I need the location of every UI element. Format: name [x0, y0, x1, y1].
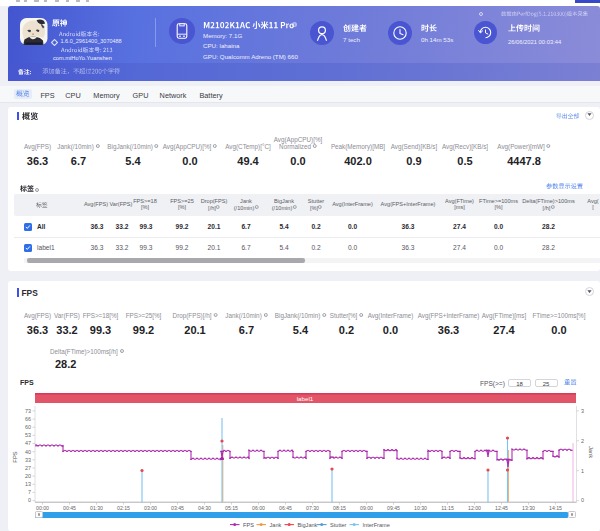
- svg-text:BigJank: BigJank: [298, 522, 318, 528]
- svg-text:Jank: Jank: [270, 522, 282, 528]
- svg-text:Stutter: Stutter: [330, 522, 347, 528]
- svg-text:InterFrame: InterFrame: [363, 522, 390, 528]
- svg-text:FPS: FPS: [243, 522, 254, 528]
